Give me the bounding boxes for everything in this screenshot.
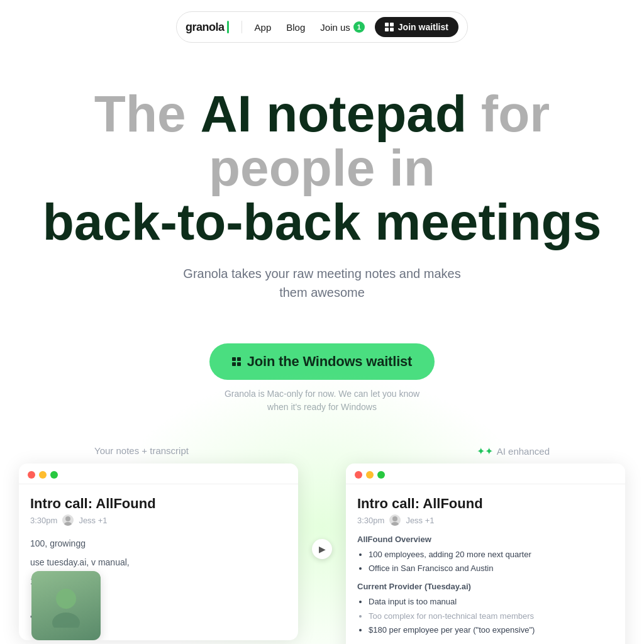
ai-s2-item-3: $180 per employee per year ("too expensi…	[369, 623, 614, 637]
ai-meeting-title: Intro call: AllFound	[357, 496, 614, 512]
hero-subtitle-line1: Granola takes your raw meeting notes and…	[183, 267, 460, 280]
ai-section-2-label: Current Provider (Tuesday.ai)	[357, 582, 614, 591]
navigation: granola App Blog Join us 1 Join waitlist	[0, 0, 644, 49]
logo-bar	[227, 21, 229, 33]
svg-point-5	[391, 522, 399, 526]
svg-point-0	[65, 516, 70, 521]
demo-section: Your notes + transcript ✦✦ AI enhanced I…	[0, 445, 644, 644]
notes-card-titlebar	[19, 464, 298, 484]
nav-app-link[interactable]: App	[250, 19, 277, 35]
nav-waitlist-button[interactable]: Join waitlist	[375, 17, 458, 37]
person-silhouette	[44, 584, 88, 628]
cta-note-line2: when it's ready for Windows	[267, 402, 377, 412]
ai-avatar	[389, 514, 401, 526]
hero-prefix: The	[94, 85, 201, 142]
notes-attendee: Jess +1	[79, 516, 107, 525]
dot-green	[50, 471, 58, 479]
demo-cards: Intro call: AllFound 3:30pm Jess +1 100,…	[19, 464, 625, 644]
nav-blog-link[interactable]: Blog	[281, 19, 310, 35]
ai-dot-green	[377, 471, 385, 479]
video-thumbnail	[31, 571, 101, 640]
hero-title-line2: back-to-back meetings	[25, 195, 619, 249]
ai-time: 3:30pm	[357, 516, 384, 525]
notes-card-meta: 3:30pm Jess +1	[30, 514, 287, 526]
cta-section: Join the Windows waitlist Granola is Mac…	[0, 343, 644, 414]
demo-labels: Your notes + transcript ✦✦ AI enhanced	[19, 445, 625, 457]
join-us-badge: 1	[353, 21, 365, 33]
notes-card: Intro call: AllFound 3:30pm Jess +1 100,…	[19, 464, 298, 640]
ai-s1-item-1: 100 employees, adding 20 more next quart…	[369, 548, 614, 562]
ai-dot-yellow	[366, 471, 374, 479]
ai-section-2-list: Data input is too manual Too complex for…	[357, 595, 614, 636]
logo-text: granola	[186, 21, 225, 34]
svg-point-4	[392, 516, 397, 521]
dot-yellow	[39, 471, 47, 479]
windows-icon	[385, 23, 394, 31]
notes-avatar	[62, 514, 74, 526]
notes-meeting-title: Intro call: AllFound	[30, 496, 287, 512]
demo-label-left: Your notes + transcript	[94, 445, 189, 457]
nav-divider	[242, 21, 242, 33]
svg-point-1	[64, 522, 72, 526]
card-arrow: ▶	[311, 539, 333, 559]
ai-section-1-list: 100 employees, adding 20 more next quart…	[357, 548, 614, 575]
ai-s2-item-2: Too complex for non-technical team membe…	[369, 609, 614, 623]
ai-card-meta: 3:30pm Jess +1	[357, 514, 614, 526]
ai-card: Intro call: AllFound 3:30pm Jess +1 AllF…	[346, 464, 625, 644]
svg-point-2	[56, 589, 76, 609]
demo-ai-label: AI enhanced	[497, 446, 550, 457]
ai-dot-red	[355, 471, 362, 479]
logo[interactable]: granola	[186, 21, 229, 34]
arrow-circle: ▶	[312, 539, 332, 559]
demo-label-right: ✦✦ AI enhanced	[477, 445, 550, 457]
nav-container: granola App Blog Join us 1 Join waitlist	[176, 11, 468, 43]
cta-note-line1: Granola is Mac-only for now. We can let …	[225, 389, 419, 399]
hero-subtitle: Granola takes your raw meeting notes and…	[25, 264, 619, 302]
ai-s2-item-1: Data input is too manual	[369, 595, 614, 609]
cta-note: Granola is Mac-only for now. We can let …	[225, 387, 419, 414]
hero-title: The AI notepad for people in back-to-bac…	[25, 87, 619, 249]
nav-join-us[interactable]: Join us 1	[315, 19, 370, 35]
nav-waitlist-label: Join waitlist	[398, 22, 448, 32]
hero-bold: AI notepad	[200, 85, 467, 142]
hero-subtitle-line2: them awesome	[279, 286, 365, 299]
cta-windows-icon	[232, 357, 241, 366]
svg-point-3	[52, 613, 80, 628]
note-line-2: use tuesday.ai, v manual,	[30, 553, 287, 571]
cta-button-label: Join the Windows waitlist	[247, 353, 412, 370]
ai-card-body: Intro call: AllFound 3:30pm Jess +1 AllF…	[346, 484, 625, 644]
join-us-label: Join us	[320, 22, 350, 33]
sparkle-icon: ✦✦	[477, 445, 493, 457]
ai-s1-item-2: Office in San Francisco and Austin	[369, 562, 614, 575]
video-person	[31, 571, 101, 640]
hero-section: The AI notepad for people in back-to-bac…	[0, 49, 644, 321]
cta-waitlist-button[interactable]: Join the Windows waitlist	[209, 343, 435, 380]
ai-card-titlebar	[346, 464, 625, 484]
notes-time: 3:30pm	[30, 516, 57, 525]
ai-attendee: Jess +1	[406, 516, 434, 525]
dot-red	[28, 471, 35, 479]
note-line-1: 100, growingg	[30, 535, 287, 552]
ai-section-1-label: AllFound Overview	[357, 535, 614, 544]
hero-title-line1: The AI notepad for people in	[25, 87, 619, 195]
